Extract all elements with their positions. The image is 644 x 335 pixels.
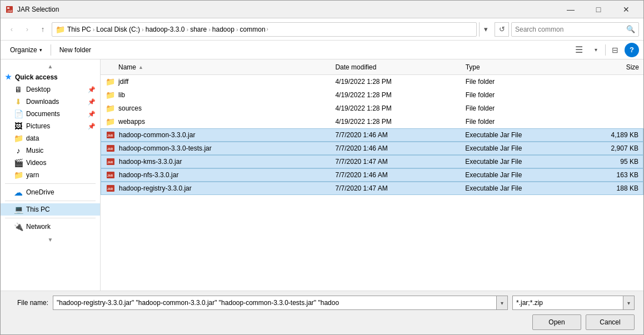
data-folder-icon: 📁	[14, 134, 23, 143]
breadcrumb-common[interactable]: common	[240, 26, 266, 33]
file-type-hadoop-common-tests: Executable Jar File	[465, 144, 578, 152]
folder-row-webapps[interactable]: 📁 webapps 4/19/2022 1:28 PM File folder	[101, 115, 643, 128]
sidebar-item-documents[interactable]: 📄 Documents 📌	[1, 108, 100, 120]
breadcrumb-hadoop2[interactable]: hadoop	[212, 26, 234, 33]
close-button[interactable]: ✕	[613, 1, 639, 18]
file-row-hadoop-nfs[interactable]: JAR hadoop-nfs-3.3.0.jar 7/7/2020 1:46 A…	[101, 168, 643, 182]
up-button[interactable]: ↑	[36, 23, 49, 36]
svg-rect-1	[7, 7, 9, 9]
network-label: Network	[26, 223, 51, 231]
folder-row-sources[interactable]: 📁 sources 4/19/2022 1:28 PM File folder	[101, 102, 643, 115]
open-button[interactable]: Open	[532, 314, 581, 330]
file-row-hadoop-registry[interactable]: JAR hadoop-registry-3.3.0.jar 7/7/2020 1…	[101, 182, 643, 195]
breadcrumb-hadoop[interactable]: hadoop-3.3.0	[146, 26, 185, 33]
data-label: data	[26, 134, 39, 142]
folder-type-jdiff: File folder	[466, 78, 578, 86]
pictures-icon: 🖼	[14, 122, 23, 131]
sidebar-item-thispc[interactable]: 💻 This PC	[1, 203, 100, 216]
quick-access-header[interactable]: ★ Quick access	[1, 71, 100, 83]
breadcrumb-share[interactable]: share	[190, 26, 207, 33]
sidebar-item-onedrive[interactable]: ☁ OneDrive	[1, 186, 100, 198]
sidebar-item-network[interactable]: 🔌 Network	[1, 221, 100, 233]
music-icon: ♪	[14, 146, 23, 155]
file-area: Name ▲ Date modified Type Size 📁 jd	[101, 59, 643, 291]
sidebar-item-pictures[interactable]: 🖼 Pictures 📌	[1, 120, 100, 132]
file-list: 📁 jdiff 4/19/2022 1:28 PM File folder 📁 …	[101, 75, 643, 291]
svg-text:JAR: JAR	[107, 134, 113, 137]
filetype-select[interactable]: *.jar;*.zip	[513, 299, 623, 307]
column-type-header[interactable]: Type	[466, 63, 578, 71]
preview-pane-button[interactable]: ⊟	[608, 43, 622, 57]
file-name-hadoop-registry: hadoop-registry-3.3.0.jar	[119, 184, 336, 192]
folder-icon-webapps: 📁	[105, 117, 115, 127]
onedrive-label: OneDrive	[26, 188, 54, 196]
sidebar-item-yarn[interactable]: 📁 yarn	[1, 169, 100, 181]
view-dropdown-button[interactable]: ▾	[588, 43, 603, 57]
column-name-header[interactable]: Name ▲	[118, 63, 335, 71]
file-date-hadoop-registry: 7/7/2020 1:47 AM	[336, 184, 466, 192]
organize-label: Organize	[10, 46, 37, 54]
file-row-hadoop-kms[interactable]: JAR hadoop-kms-3.3.0.jar 7/7/2020 1:47 A…	[101, 155, 643, 168]
breadcrumb-sep-4: ›	[208, 26, 211, 33]
filename-dropdown-button[interactable]: ▾	[496, 296, 507, 309]
folder-date-sources: 4/19/2022 1:28 PM	[335, 104, 465, 112]
folder-icon-sources: 📁	[105, 103, 115, 113]
yarn-label: yarn	[26, 171, 39, 179]
toolbar-sep-2	[605, 44, 606, 56]
documents-label: Documents	[26, 110, 60, 118]
filename-input[interactable]	[53, 296, 496, 309]
folder-name-webapps: webapps	[118, 118, 335, 126]
file-date-hadoop-kms: 7/7/2020 1:47 AM	[336, 158, 466, 166]
column-date-header[interactable]: Date modified	[335, 63, 465, 71]
view-details-button[interactable]: ☰	[572, 43, 586, 57]
back-button[interactable]: ‹	[5, 23, 18, 36]
toolbar-separator	[51, 44, 51, 56]
help-button[interactable]: ?	[625, 43, 639, 57]
sidebar-item-music[interactable]: ♪ Music	[1, 144, 100, 157]
breadcrumb-localdisk[interactable]: Local Disk (C:)	[96, 26, 140, 33]
sidebar-divider-3	[5, 218, 96, 218]
file-row-hadoop-common-tests[interactable]: JAR hadoop-common-3.3.0-tests.jar 7/7/20…	[101, 142, 643, 155]
file-date-hadoop-nfs: 7/7/2020 1:46 AM	[336, 171, 466, 179]
jar-icon-hadoop-registry: JAR	[106, 183, 116, 193]
new-folder-button[interactable]: New folder	[54, 43, 96, 57]
jar-icon-hadoop-nfs: JAR	[106, 170, 116, 180]
organize-button[interactable]: Organize ▾	[5, 43, 47, 57]
folder-name-lib: lib	[118, 91, 335, 99]
search-icon: 🔍	[626, 25, 635, 33]
dialog-title: JAR Selection	[17, 6, 558, 13]
minimize-button[interactable]: —	[558, 1, 583, 18]
sidebar-item-data[interactable]: 📁 data	[1, 132, 100, 144]
breadcrumb-dropdown-button[interactable]: ▾	[479, 22, 492, 37]
onedrive-icon: ☁	[14, 188, 23, 197]
sidebar-item-desktop[interactable]: 🖥 Desktop 📌	[1, 83, 100, 96]
refresh-button[interactable]: ↺	[495, 22, 509, 37]
file-name-hadoop-common: hadoop-common-3.3.0.jar	[119, 131, 336, 139]
sidebar-item-downloads[interactable]: ⬇ Downloads 📌	[1, 96, 100, 108]
folder-type-lib: File folder	[466, 91, 578, 99]
filename-label: File name:	[9, 299, 48, 307]
toolbar-right: ☰ ▾ ⊟ ?	[572, 43, 639, 57]
cancel-button[interactable]: Cancel	[586, 314, 635, 330]
search-box: 🔍	[511, 22, 639, 37]
column-size-header[interactable]: Size	[578, 63, 639, 71]
search-input[interactable]	[515, 26, 626, 33]
sidebar-item-videos[interactable]: 🎬 Videos	[1, 157, 100, 169]
file-row-hadoop-common[interactable]: JAR hadoop-common-3.3.0.jar 7/7/2020 1:4…	[101, 128, 643, 142]
file-size-hadoop-common: 4,189 KB	[578, 131, 638, 139]
sidebar-scroll-down[interactable]: ▼	[1, 235, 100, 244]
desktop-pin-icon: 📌	[88, 86, 96, 93]
forward-button[interactable]: ›	[21, 23, 34, 36]
col-size-label: Size	[626, 63, 639, 71]
folder-row-lib[interactable]: 📁 lib 4/19/2022 1:28 PM File folder	[101, 88, 643, 102]
maximize-button[interactable]: □	[586, 1, 611, 18]
breadcrumb-thispc-label[interactable]: This PC	[67, 26, 91, 33]
folder-row-jdiff[interactable]: 📁 jdiff 4/19/2022 1:28 PM File folder	[101, 75, 643, 88]
col-type-label: Type	[466, 63, 480, 71]
sidebar-scroll-up[interactable]: ▲	[1, 62, 100, 71]
svg-text:JAR: JAR	[107, 187, 113, 191]
breadcrumb-bar[interactable]: 📁 Name This PC › Local Disk (C:) › hadoo…	[52, 22, 477, 37]
folder-type-sources: File folder	[466, 104, 578, 112]
desktop-label: Desktop	[26, 86, 51, 93]
organize-dropdown-icon: ▾	[39, 47, 42, 53]
